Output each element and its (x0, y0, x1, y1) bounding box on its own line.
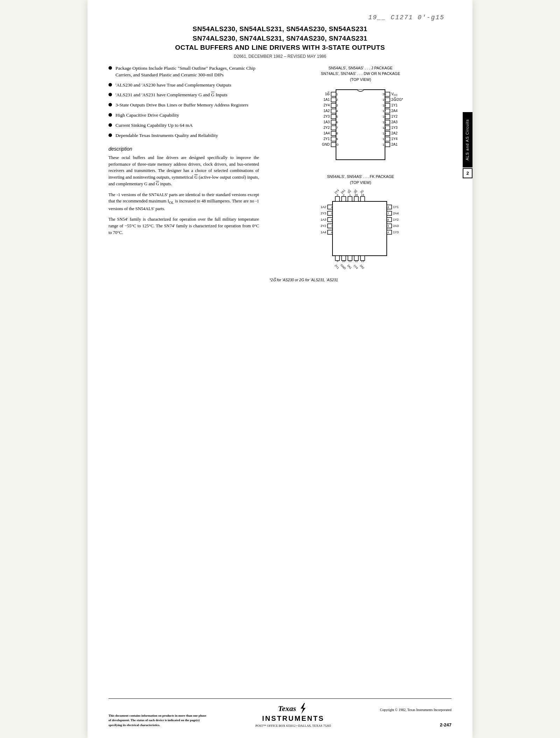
svg-text:2A3: 2A3 (393, 224, 399, 228)
list-item: Current Sinking Capability Up to 64 mA (108, 122, 259, 129)
fk-package-section: SN54ALS', SN54AS' . . . FK PACKAGE (TOP … (270, 174, 451, 282)
svg-text:2G̅/2G*: 2G̅/2G* (391, 97, 403, 102)
svg-text:1: 1 (349, 193, 351, 196)
svg-rect-25 (331, 137, 336, 141)
svg-text:3: 3 (336, 104, 338, 107)
svg-text:9: 9 (336, 137, 338, 141)
svg-text:1Y3: 1Y3 (391, 126, 398, 130)
side-tab-area: ALS and AS Circuits 2 (463, 112, 472, 178)
svg-text:2A3: 2A3 (391, 120, 398, 124)
page-footer: This document contains information on pr… (108, 698, 451, 727)
page: 19__ C1271 0'-g15 SN54ALS230, SN54ALS231… (88, 0, 472, 738)
svg-text:10: 10 (335, 143, 338, 146)
list-item: High Capacitive Drive Capability (108, 112, 259, 119)
j-package-diagram: 1G̅ 1 1A1 2 2Y4 3 1A2 4 (270, 84, 451, 165)
fk-package-svg: 3 2 1 20 19 2Y4 2A1 1G̅ 2G̅ 2G 1A2 (304, 187, 416, 275)
svg-text:2A2: 2A2 (359, 264, 365, 270)
bullet-icon (108, 103, 112, 106)
svg-rect-22 (331, 131, 336, 136)
footer-logo: Texas INSTRUMENTS POST™ OFFICE BOX 65501… (255, 702, 331, 727)
list-item: Package Options Include Plastic "Small O… (108, 65, 259, 78)
svg-text:13: 13 (383, 132, 386, 135)
svg-text:20: 20 (383, 92, 386, 96)
svg-text:12: 12 (355, 260, 358, 263)
svg-text:9: 9 (337, 260, 338, 263)
svg-text:1Y1: 1Y1 (391, 103, 398, 107)
handwriting-annotation: 19__ C1271 0'-g15 (108, 14, 451, 21)
j-package-title: SN54ALS', SN54AS' . . . J PACKAGE SN74AL… (270, 65, 451, 83)
description-para-1: These octal buffers and line drivers are… (108, 154, 259, 187)
right-column: SN54ALS', SN54AS' . . . J PACKAGE SN74AL… (270, 65, 451, 291)
bullet-icon (108, 113, 112, 117)
svg-text:4: 4 (331, 206, 333, 209)
svg-text:18: 18 (386, 206, 389, 209)
svg-text:1A1: 1A1 (323, 98, 330, 102)
svg-text:2Y3: 2Y3 (323, 115, 330, 118)
svg-rect-19 (331, 126, 336, 130)
svg-text:GND: GND (340, 264, 346, 270)
j-package-section: SN54ALS', SN54AS' . . . J PACKAGE SN74AL… (270, 65, 451, 165)
svg-text:14: 14 (383, 126, 386, 130)
svg-text:2Y2: 2Y2 (321, 224, 326, 228)
list-item: 'ALS230 and 'AS230 have True and Complem… (108, 82, 259, 89)
bullet-icon (108, 133, 112, 137)
svg-text:5: 5 (336, 115, 338, 118)
svg-text:7: 7 (336, 126, 338, 130)
svg-rect-64 (348, 196, 352, 201)
side-tab-number: 2 (463, 168, 472, 178)
svg-text:4: 4 (336, 109, 338, 113)
svg-text:16: 16 (383, 115, 386, 118)
svg-text:10: 10 (342, 260, 345, 263)
page-header: SN54ALS230, SN54ALS231, SN54AS230, SN54A… (108, 25, 451, 59)
svg-rect-0 (336, 90, 385, 160)
ti-lightning-icon (298, 702, 308, 715)
svg-text:1: 1 (336, 92, 338, 96)
description-para-3: The SN54' family is characterized for op… (108, 216, 259, 236)
svg-rect-10 (331, 109, 336, 113)
svg-text:2Y1: 2Y1 (334, 264, 340, 270)
svg-text:2Y1: 2Y1 (323, 137, 330, 141)
svg-text:2: 2 (336, 98, 338, 102)
bullet-icon (108, 93, 112, 96)
svg-text:8: 8 (331, 231, 333, 234)
svg-text:6: 6 (336, 120, 338, 124)
svg-text:1A2: 1A2 (323, 109, 330, 113)
svg-rect-66 (360, 196, 365, 201)
svg-marker-122 (301, 703, 306, 714)
fk-package-diagram: 3 2 1 20 19 2Y4 2A1 1G̅ 2G̅ 2G 1A2 (270, 187, 451, 275)
company-name-instruments: INSTRUMENTS (255, 715, 331, 723)
svg-text:17: 17 (386, 212, 389, 215)
svg-text:2: 2 (343, 193, 345, 196)
doc-number: D2661, DECEMBER 1982 – REVISED MAY 1986 (108, 54, 451, 59)
footer-content: This document contains information on pr… (108, 702, 451, 727)
footer-disclaimer: This document contains information on pr… (108, 713, 206, 728)
fk-package-title: SN54ALS', SN54AS' . . . FK PACKAGE (TOP … (270, 174, 451, 185)
package-footnote: *2G̅ for 'AS230 or 2G for 'ALS231, 'AS23… (270, 278, 451, 282)
footer-copyright: Copyright © 1982, Texas Instruments Inco… (380, 708, 451, 712)
left-column: Package Options Include Plastic "Small O… (108, 65, 259, 240)
svg-rect-13 (331, 115, 336, 119)
svg-text:1Y3: 1Y3 (393, 230, 399, 234)
svg-text:1A2: 1A2 (321, 205, 326, 209)
svg-text:8: 8 (336, 132, 338, 135)
list-item: 3-State Outputs Drive Bus Lines or Buffe… (108, 102, 259, 109)
svg-text:2A4: 2A4 (391, 109, 398, 113)
svg-text:1Y4: 1Y4 (353, 264, 359, 270)
svg-text:2Y3: 2Y3 (321, 212, 326, 215)
svg-text:18: 18 (383, 104, 386, 107)
svg-text:19: 19 (383, 98, 386, 102)
side-tab-text: ALS and AS Circuits (463, 112, 472, 167)
svg-text:12: 12 (383, 137, 386, 141)
svg-text:1A3: 1A3 (321, 218, 326, 221)
svg-text:11: 11 (349, 260, 352, 263)
svg-text:5: 5 (331, 212, 333, 215)
svg-text:3: 3 (337, 193, 338, 196)
svg-text:15: 15 (383, 120, 386, 124)
svg-text:2Y2: 2Y2 (323, 126, 330, 130)
description-para-2: The -1 versions of the SN74ALS' parts ar… (108, 192, 259, 212)
page-title: SN54ALS230, SN54ALS231, SN54AS230, SN54A… (108, 25, 451, 53)
bullet-icon (108, 66, 112, 70)
list-item: Dependable Texas Instruments Quality and… (108, 132, 259, 139)
main-content: Package Options Include Plastic "Small O… (108, 65, 451, 291)
svg-text:1Y2: 1Y2 (391, 115, 398, 118)
